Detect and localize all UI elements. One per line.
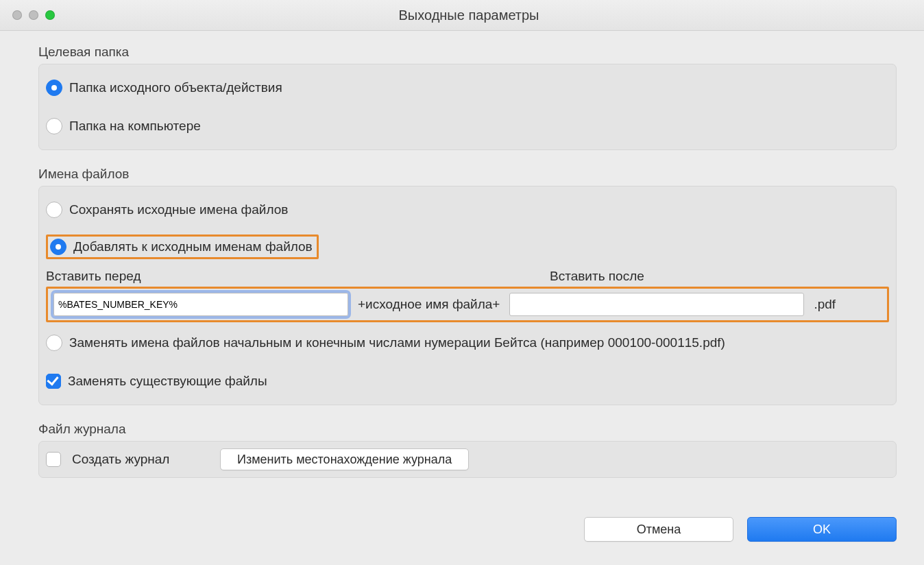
section-label-log-file: Файл журнала	[38, 422, 897, 437]
ok-button[interactable]: OK	[747, 517, 897, 542]
dialog-window: Выходные параметры Целевая папка Папка и…	[0, 0, 924, 565]
radio-label-keep-names: Сохранять исходные имена файлов	[69, 202, 288, 217]
zoom-window-icon[interactable]	[45, 10, 55, 20]
radio-computer-folder[interactable]	[46, 118, 62, 134]
radio-label-replace-bates: Заменять имена файлов начальным и конечн…	[69, 335, 725, 350]
radio-append-names[interactable]	[50, 239, 66, 255]
titlebar: Выходные параметры	[0, 0, 924, 31]
radio-replace-bates[interactable]	[46, 335, 62, 351]
radio-row-replace-bates[interactable]: Заменять имена файлов начальным и конечн…	[46, 329, 889, 357]
panel-filenames: Сохранять исходные имена файлов Добавлят…	[38, 186, 897, 405]
radio-source-folder[interactable]	[46, 80, 62, 96]
insert-labels-row: Вставить перед Вставить после	[46, 269, 889, 284]
label-insert-before: Вставить перед	[46, 269, 550, 284]
checkbox-label-create-log: Создать журнал	[72, 452, 209, 467]
checkbox-row-overwrite[interactable]: Заменять существующие файлы	[46, 368, 889, 395]
radio-row-source-folder[interactable]: Папка исходного объекта/действия	[46, 74, 889, 101]
original-filename-token: +исходное имя файла+	[358, 297, 500, 312]
radio-label-append-names: Добавлять к исходным именам файлов	[73, 239, 313, 254]
panel-log-file: Создать журнал Изменить местонахождение …	[38, 441, 897, 478]
dialog-content: Целевая папка Папка исходного объекта/де…	[0, 31, 924, 478]
checkbox-create-log[interactable]	[46, 452, 61, 467]
radio-row-keep-names[interactable]: Сохранять исходные имена файлов	[46, 196, 889, 224]
radio-keep-names[interactable]	[46, 202, 62, 218]
radio-row-append-names[interactable]: Добавлять к исходным именам файлов	[46, 235, 319, 259]
close-window-icon[interactable]	[12, 10, 22, 20]
file-extension-label: .pdf	[814, 297, 836, 312]
input-insert-after[interactable]	[509, 293, 804, 316]
section-label-filenames: Имена файлов	[38, 167, 897, 182]
radio-label-computer-folder: Папка на компьютере	[69, 119, 201, 134]
insert-fields-row: +исходное имя файла+ .pdf	[46, 287, 889, 322]
minimize-window-icon[interactable]	[29, 10, 38, 20]
window-title: Выходные параметры	[55, 8, 883, 23]
label-insert-after: Вставить после	[550, 269, 644, 284]
change-log-location-button[interactable]: Изменить местонахождение журнала	[220, 448, 469, 470]
radio-label-source-folder: Папка исходного объекта/действия	[69, 80, 282, 95]
radio-row-computer-folder[interactable]: Папка на компьютере	[46, 112, 889, 140]
checkbox-label-overwrite: Заменять существующие файлы	[68, 374, 267, 389]
checkbox-overwrite[interactable]	[46, 374, 61, 389]
panel-target-folder: Папка исходного объекта/действия Папка н…	[38, 64, 897, 150]
dialog-footer: Отмена OK	[584, 517, 897, 542]
input-insert-before[interactable]	[53, 293, 348, 316]
section-label-target-folder: Целевая папка	[38, 45, 897, 60]
cancel-button[interactable]: Отмена	[584, 517, 733, 542]
window-controls	[0, 10, 55, 20]
